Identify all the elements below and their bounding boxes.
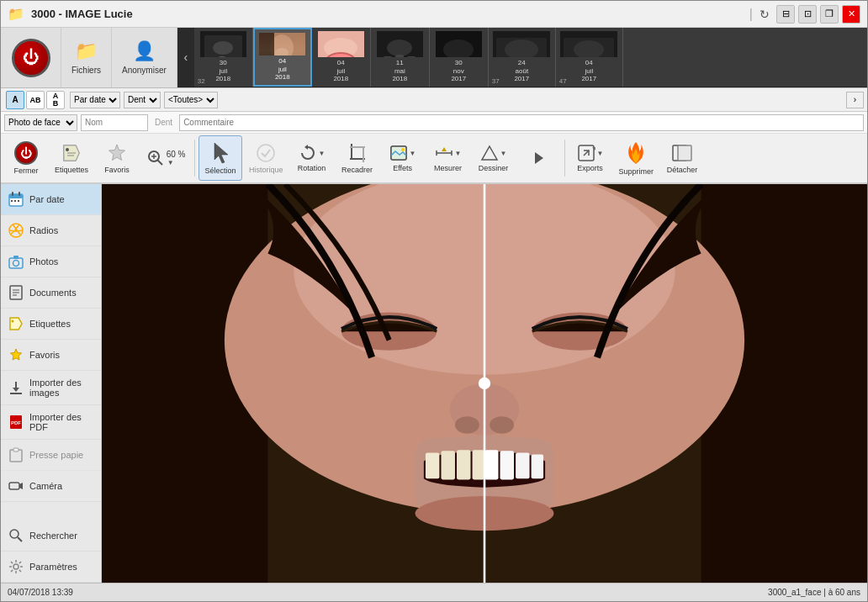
- strip-item[interactable]: 11mai2018: [371, 28, 430, 87]
- svg-rect-119: [484, 450, 498, 479]
- strip-item[interactable]: 04juil2017 47: [556, 28, 623, 87]
- triangle-icon: [480, 144, 499, 162]
- fichiers-button[interactable]: 📁: [75, 40, 98, 62]
- svg-point-19: [387, 40, 412, 56]
- fichiers-label: Fichiers: [71, 66, 101, 75]
- strip-item[interactable]: 04juil2018: [312, 28, 371, 87]
- svg-rect-77: [11, 200, 13, 202]
- strip-item[interactable]: 04juil2018: [253, 28, 312, 87]
- window-btn-restore[interactable]: ❐: [820, 5, 839, 24]
- check-icon: [255, 142, 277, 164]
- window-btn-screen[interactable]: ⊟: [776, 5, 795, 24]
- next-button[interactable]: [517, 135, 561, 181]
- clipboard-icon: [8, 446, 24, 463]
- svg-rect-76: [19, 192, 20, 196]
- historique-button[interactable]: Historique: [244, 135, 288, 181]
- letter-btn-a[interactable]: A: [6, 91, 24, 109]
- letter-btn-ab2[interactable]: AB: [46, 91, 65, 109]
- sidebar-item-parametres[interactable]: Paramètres: [1, 552, 101, 583]
- sidebar-label-photos: Photos: [29, 256, 58, 267]
- refresh-icon[interactable]: ↻: [760, 8, 770, 21]
- power-off-icon: ⏻: [14, 141, 38, 165]
- svg-point-53: [257, 145, 274, 161]
- sidebar-item-favoris[interactable]: Favoris: [1, 340, 101, 371]
- svg-rect-122: [532, 454, 543, 478]
- tag-icon: [61, 142, 82, 164]
- svg-rect-72: [678, 145, 691, 161]
- sidebar-item-camera[interactable]: Caméra: [1, 471, 101, 502]
- fermer-button[interactable]: ⏻ Fermer: [4, 135, 48, 181]
- sidebar-item-documents[interactable]: Documents: [1, 277, 101, 309]
- power-icon: ⏻: [23, 48, 40, 67]
- dent-label: Dent: [151, 118, 176, 127]
- nom-input[interactable]: [81, 114, 148, 131]
- sidebar-item-etiquettes[interactable]: Etiquettes: [1, 309, 101, 340]
- sidebar-item-presse-papie[interactable]: Presse papie: [1, 440, 101, 471]
- action-toolbar: ⏻ Fermer Etiquettes Favoris: [1, 134, 867, 184]
- svg-rect-79: [18, 200, 19, 202]
- download-icon: [8, 379, 24, 396]
- export-icon: [577, 144, 595, 162]
- scroll-right-btn[interactable]: ›: [846, 92, 864, 108]
- svg-rect-78: [14, 200, 16, 202]
- window-btn-close[interactable]: ✕: [842, 5, 860, 24]
- strip-item[interactable]: 24août2017 37: [489, 28, 556, 87]
- anonymiser-button[interactable]: 👤: [133, 40, 156, 62]
- recadrer-button[interactable]: Recadrer: [336, 135, 379, 181]
- svg-text:PDF: PDF: [11, 420, 21, 425]
- zoom-button[interactable]: 60 % ▼: [140, 135, 191, 181]
- sidebar-label-etiquettes: Etiquettes: [29, 319, 71, 329]
- photo-type-bar: Photo de face Photo de profil Panoramiqu…: [1, 112, 867, 134]
- sidebar-item-par-date[interactable]: Par date: [1, 184, 101, 215]
- rotate-icon: [299, 144, 317, 162]
- sidebar-item-radios[interactable]: Radios: [1, 215, 101, 246]
- mesurer-button[interactable]: ▼ Mesurer: [426, 135, 470, 181]
- par-date-select[interactable]: Par date: [70, 92, 120, 108]
- photo-icon: [389, 144, 408, 162]
- favoris-button[interactable]: Favoris: [95, 135, 139, 181]
- svg-rect-84: [13, 256, 19, 259]
- svg-marker-65: [442, 147, 447, 151]
- strip-item[interactable]: 30nov2017: [430, 28, 489, 87]
- detacher-button[interactable]: Détacher: [660, 135, 704, 181]
- star-icon: [106, 142, 128, 164]
- main-image-area[interactable]: [102, 184, 867, 583]
- sidebar-label-presse-papie: Presse papie: [29, 450, 83, 460]
- etiquettes-button[interactable]: Etiquettes: [50, 135, 93, 181]
- window-btn-maximize[interactable]: ⊡: [798, 5, 817, 24]
- all-filter-select[interactable]: <Toutes>: [164, 92, 218, 108]
- photo-type-select[interactable]: Photo de face Photo de profil Panoramiqu…: [4, 114, 77, 131]
- svg-point-103: [13, 564, 19, 569]
- sidebar-item-rechercher[interactable]: Rechercher: [1, 520, 101, 552]
- effets-button[interactable]: ▼ Effets: [381, 135, 425, 181]
- svg-point-81: [14, 229, 18, 232]
- sidebar-item-importer-images[interactable]: Importer des images: [1, 371, 101, 405]
- svg-rect-121: [516, 452, 529, 478]
- zoom-dropdown-icon: ▼: [167, 159, 174, 166]
- strip-item[interactable]: 30juil2018 32: [194, 28, 253, 87]
- separator2: [564, 140, 565, 177]
- dent-filter-select[interactable]: Dent: [124, 92, 161, 108]
- anonymiser-icon: 👤: [133, 40, 156, 62]
- letter-btn-ab[interactable]: AB: [26, 91, 45, 109]
- exports-button[interactable]: ▼ Exports: [569, 135, 612, 181]
- svg-point-44: [66, 148, 69, 151]
- sidebar-item-photos[interactable]: Photos: [1, 246, 101, 277]
- app-title: 3000 - IMAGE Lucie: [31, 8, 743, 20]
- svg-point-61: [401, 148, 405, 151]
- svg-marker-47: [109, 145, 125, 161]
- arrow-right-icon: [530, 149, 548, 167]
- dessiner-button[interactable]: ▼ Dessiner: [472, 135, 516, 181]
- supprimer-button[interactable]: Supprimer: [614, 135, 659, 181]
- strip-nav-left[interactable]: ‹: [177, 28, 194, 87]
- sidebar-item-importer-pdf[interactable]: PDF Importer des PDF: [1, 405, 101, 440]
- svg-rect-74: [9, 194, 23, 198]
- folder-icon: 📁: [8, 6, 24, 22]
- svg-rect-117: [457, 450, 470, 479]
- selection-button[interactable]: Sélection: [198, 135, 242, 181]
- rotation-button[interactable]: ▼ Rotation: [290, 135, 334, 181]
- crop-icon: [347, 142, 368, 164]
- commentaire-input[interactable]: [179, 114, 864, 131]
- svg-rect-115: [426, 452, 439, 478]
- power-button[interactable]: ⏻: [12, 39, 50, 77]
